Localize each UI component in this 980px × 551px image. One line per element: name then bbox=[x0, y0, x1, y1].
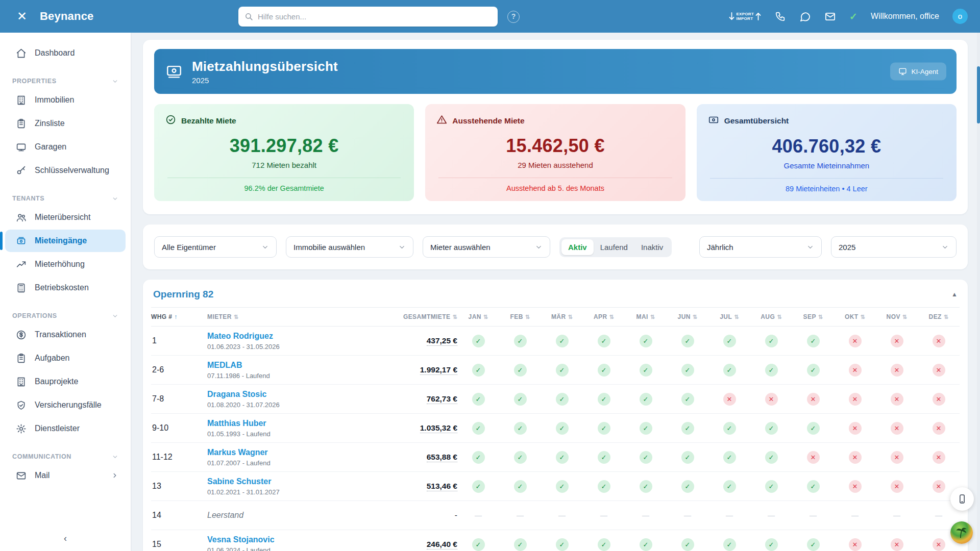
paid-check-icon[interactable]: ✓ bbox=[640, 451, 652, 464]
due-x-icon[interactable]: ✕ bbox=[891, 451, 903, 464]
export-import-button[interactable]: EXPORT IMPORT bbox=[728, 12, 762, 21]
column-header-okt[interactable]: OKT⇅ bbox=[834, 313, 876, 320]
paid-check-icon[interactable]: ✓ bbox=[472, 422, 485, 435]
paid-check-icon[interactable]: ✓ bbox=[472, 480, 485, 493]
paid-check-icon[interactable]: ✓ bbox=[723, 538, 736, 551]
sidebar-item-dashboard[interactable]: Dashboard bbox=[5, 42, 126, 64]
paid-check-icon[interactable]: ✓ bbox=[598, 422, 610, 435]
due-x-icon[interactable]: ✕ bbox=[891, 422, 903, 435]
page-scrollbar[interactable] bbox=[977, 33, 980, 551]
due-x-icon[interactable]: ✕ bbox=[807, 393, 820, 406]
sidebar-section-tenants[interactable]: TENANTS bbox=[12, 195, 118, 202]
paid-check-icon[interactable]: ✓ bbox=[598, 364, 610, 377]
tenant-name-link[interactable]: Vesna Stojanovic bbox=[207, 535, 376, 544]
column-header-whg[interactable]: WHG #↑ bbox=[151, 313, 207, 320]
column-header-sep[interactable]: SEP⇅ bbox=[792, 313, 834, 320]
help-icon[interactable]: ? bbox=[507, 11, 520, 23]
due-x-icon[interactable]: ✕ bbox=[849, 364, 862, 377]
sidebar-item-aufgaben[interactable]: Aufgaben bbox=[5, 347, 126, 369]
due-x-icon[interactable]: ✕ bbox=[891, 335, 903, 347]
sidebar-item-garagen[interactable]: Garagen bbox=[5, 136, 126, 158]
period-dropdown[interactable]: Jährlich bbox=[699, 236, 822, 258]
due-x-icon[interactable]: ✕ bbox=[933, 422, 945, 435]
paid-check-icon[interactable]: ✓ bbox=[514, 538, 527, 551]
tenant-name-link[interactable]: Matthias Huber bbox=[207, 419, 376, 428]
sidebar-item-betriebskosten[interactable]: Betriebskosten bbox=[5, 277, 126, 299]
paid-check-icon[interactable]: ✓ bbox=[472, 335, 485, 347]
paid-check-icon[interactable]: ✓ bbox=[472, 538, 485, 551]
due-x-icon[interactable]: ✕ bbox=[933, 451, 945, 464]
paid-check-icon[interactable]: ✓ bbox=[514, 393, 527, 406]
paid-check-icon[interactable]: ✓ bbox=[640, 364, 652, 377]
paid-check-icon[interactable]: ✓ bbox=[556, 422, 569, 435]
due-x-icon[interactable]: ✕ bbox=[849, 335, 862, 347]
paid-check-icon[interactable]: ✓ bbox=[640, 538, 652, 551]
sidebar-item-mieteing-nge[interactable]: Mieteingänge bbox=[5, 230, 126, 252]
paid-check-icon[interactable]: ✓ bbox=[556, 538, 569, 551]
sidebar-section-properties[interactable]: PROPERTIES bbox=[12, 78, 118, 85]
owner-dropdown[interactable]: Alle Eigentümer bbox=[154, 236, 277, 258]
sidebar-section-communication[interactable]: COMMUNICATION bbox=[12, 453, 118, 460]
paid-check-icon[interactable]: ✓ bbox=[723, 364, 736, 377]
paid-check-icon[interactable]: ✓ bbox=[640, 393, 652, 406]
collapse-group-icon[interactable]: ▲ bbox=[951, 291, 958, 298]
paid-check-icon[interactable]: ✓ bbox=[556, 364, 569, 377]
due-x-icon[interactable]: ✕ bbox=[807, 451, 820, 464]
column-header-aug[interactable]: AUG⇅ bbox=[750, 313, 792, 320]
paid-check-icon[interactable]: ✓ bbox=[765, 451, 778, 464]
paid-check-icon[interactable]: ✓ bbox=[681, 538, 694, 551]
due-x-icon[interactable]: ✕ bbox=[891, 393, 903, 406]
column-header-jun[interactable]: JUN⇅ bbox=[667, 313, 708, 320]
paid-check-icon[interactable]: ✓ bbox=[765, 335, 778, 347]
due-x-icon[interactable]: ✕ bbox=[891, 538, 903, 551]
paid-check-icon[interactable]: ✓ bbox=[472, 451, 485, 464]
sidebar-item-schl-sselverwaltung[interactable]: Schlüsselverwaltung bbox=[5, 159, 126, 182]
paid-check-icon[interactable]: ✓ bbox=[598, 538, 610, 551]
paid-check-icon[interactable]: ✓ bbox=[598, 335, 610, 347]
due-x-icon[interactable]: ✕ bbox=[849, 480, 862, 493]
paid-check-icon[interactable]: ✓ bbox=[723, 480, 736, 493]
paid-check-icon[interactable]: ✓ bbox=[681, 422, 694, 435]
close-menu-icon[interactable]: ✕ bbox=[15, 10, 29, 23]
tenant-name-link[interactable]: Sabine Schuster bbox=[207, 477, 376, 486]
paid-check-icon[interactable]: ✓ bbox=[556, 451, 569, 464]
sidebar-item-bauprojekte[interactable]: Bauprojekte bbox=[5, 370, 126, 393]
tenant-name-link[interactable]: Mateo Rodriguez bbox=[207, 332, 376, 341]
paid-check-icon[interactable]: ✓ bbox=[556, 393, 569, 406]
floating-phone-button[interactable] bbox=[950, 487, 974, 511]
sidebar-item-mieterh-hung[interactable]: Mieterhöhung bbox=[5, 253, 126, 276]
paid-check-icon[interactable]: ✓ bbox=[807, 364, 820, 377]
sidebar-item-mail[interactable]: Mail bbox=[5, 464, 126, 487]
sidebar-item-zinsliste[interactable]: Zinsliste bbox=[5, 112, 126, 135]
ki-agent-button[interactable]: KI-Agent bbox=[890, 63, 946, 81]
paid-check-icon[interactable]: ✓ bbox=[765, 364, 778, 377]
column-header-dez[interactable]: DEZ⇅ bbox=[918, 313, 960, 320]
column-header-jan[interactable]: JAN⇅ bbox=[457, 313, 499, 320]
due-x-icon[interactable]: ✕ bbox=[891, 480, 903, 493]
help-search[interactable] bbox=[238, 7, 498, 27]
paid-check-icon[interactable]: ✓ bbox=[514, 422, 527, 435]
tenant-name-link[interactable]: MEDLAB bbox=[207, 361, 376, 370]
phone-icon[interactable] bbox=[775, 11, 786, 22]
sidebar-item-transaktionen[interactable]: Transaktionen bbox=[5, 323, 126, 346]
year-dropdown[interactable]: 2025 bbox=[831, 236, 957, 258]
paid-check-icon[interactable]: ✓ bbox=[807, 538, 820, 551]
column-header-gesamtmiete[interactable]: GESAMTMIETE⇅ bbox=[376, 313, 457, 320]
scrollbar-thumb[interactable] bbox=[977, 66, 980, 123]
paid-check-icon[interactable]: ✓ bbox=[723, 451, 736, 464]
status-check-icon[interactable]: ✓ bbox=[849, 11, 857, 22]
paid-check-icon[interactable]: ✓ bbox=[681, 364, 694, 377]
sidebar-item-versicherungsf-lle[interactable]: Versicherungsfälle bbox=[5, 394, 126, 416]
due-x-icon[interactable]: ✕ bbox=[849, 538, 862, 551]
paid-check-icon[interactable]: ✓ bbox=[723, 335, 736, 347]
paid-check-icon[interactable]: ✓ bbox=[765, 422, 778, 435]
sidebar-item-mieter-bersicht[interactable]: Mieterübersicht bbox=[5, 206, 126, 229]
property-dropdown[interactable]: Immobilie auswählen bbox=[286, 236, 413, 258]
paid-check-icon[interactable]: ✓ bbox=[640, 480, 652, 493]
due-x-icon[interactable]: ✕ bbox=[933, 480, 945, 493]
paid-check-icon[interactable]: ✓ bbox=[723, 422, 736, 435]
due-x-icon[interactable]: ✕ bbox=[849, 451, 862, 464]
paid-check-icon[interactable]: ✓ bbox=[472, 393, 485, 406]
paid-check-icon[interactable]: ✓ bbox=[514, 451, 527, 464]
paid-check-icon[interactable]: ✓ bbox=[598, 451, 610, 464]
